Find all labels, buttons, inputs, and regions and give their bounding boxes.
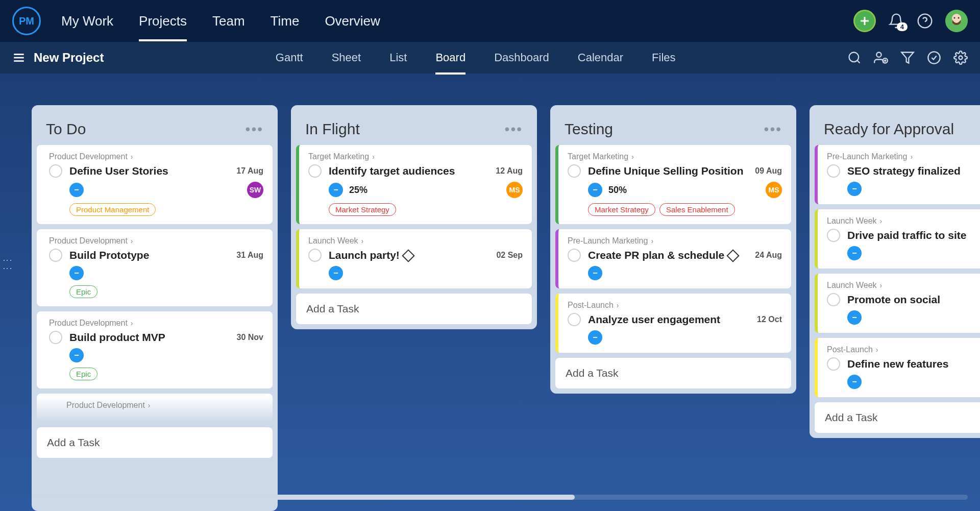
task-complete-checkbox[interactable] xyxy=(827,164,840,178)
add-person-button[interactable] xyxy=(874,51,888,65)
priority-indicator[interactable]: − xyxy=(588,330,602,345)
task-complete-checkbox[interactable] xyxy=(568,249,581,262)
settings-button[interactable] xyxy=(953,51,968,65)
add-task-button[interactable]: Add a Task xyxy=(37,427,273,458)
chevron-right-icon: › xyxy=(651,237,653,245)
task-tag[interactable]: Epic xyxy=(69,368,97,380)
task-card[interactable]: Post-Launch › Analyze user engagement 12… xyxy=(555,294,791,353)
task-complete-checkbox[interactable] xyxy=(49,249,62,262)
column-menu-button[interactable]: ••• xyxy=(505,121,523,137)
task-complete-checkbox[interactable] xyxy=(568,164,581,178)
add-task-button[interactable]: Add a Task xyxy=(296,294,532,324)
priority-indicator[interactable]: − xyxy=(588,183,602,197)
view-tab-dashboard[interactable]: Dashboard xyxy=(494,43,549,72)
task-title: Build product MVP xyxy=(69,331,165,344)
task-tag[interactable]: Market Strategy xyxy=(329,203,396,216)
view-tab-sheet[interactable]: Sheet xyxy=(332,43,361,72)
task-card[interactable]: Pre-Launch Marketing › SEO strategy fina… xyxy=(815,145,980,204)
column-title: In Flight xyxy=(305,120,360,138)
task-card[interactable]: Launch Week › Promote on social − xyxy=(815,274,980,333)
tab-projects[interactable]: Projects xyxy=(139,1,187,41)
task-complete-checkbox[interactable] xyxy=(308,249,322,262)
task-complete-checkbox[interactable] xyxy=(49,331,62,344)
task-card[interactable]: Product Development › Define User Storie… xyxy=(37,145,273,224)
priority-indicator[interactable]: − xyxy=(69,348,84,362)
view-tab-calendar[interactable]: Calendar xyxy=(578,43,623,72)
task-complete-checkbox[interactable] xyxy=(827,229,840,242)
view-tab-files[interactable]: Files xyxy=(652,43,675,72)
priority-indicator[interactable]: − xyxy=(588,266,602,280)
tab-team[interactable]: Team xyxy=(212,1,245,41)
assignee-avatar[interactable]: SW xyxy=(247,182,263,198)
task-progress: 50% xyxy=(608,185,627,196)
horizontal-scrollbar[interactable] xyxy=(32,495,968,500)
scrollbar-thumb[interactable] xyxy=(32,495,575,500)
task-category: Pre-Launch Marketing › xyxy=(827,152,979,161)
task-category: Product Development › xyxy=(66,401,263,410)
task-complete-checkbox[interactable] xyxy=(49,164,62,178)
assignee-avatar[interactable]: MS xyxy=(766,182,782,198)
chevron-right-icon: › xyxy=(131,237,133,245)
checkmark-button[interactable] xyxy=(927,51,941,65)
column-ready-for-approval: Ready for Approval Pre-Launch Marketing … xyxy=(810,105,980,438)
hamburger-menu-button[interactable] xyxy=(12,51,26,64)
view-tab-gantt[interactable]: Gantt xyxy=(276,43,303,72)
task-complete-checkbox[interactable] xyxy=(308,164,322,178)
task-tag[interactable]: Market Strategy xyxy=(588,203,655,216)
task-card[interactable]: Launch Week › Launch party! 02 Sep − xyxy=(296,229,532,288)
task-card[interactable]: Product Development › Build Prototype 31… xyxy=(37,229,273,306)
task-complete-checkbox[interactable] xyxy=(827,293,840,306)
project-title[interactable]: New Project xyxy=(34,51,104,65)
task-card[interactable]: Target Marketing › Define Unique Selling… xyxy=(555,145,791,224)
task-category: Launch Week › xyxy=(308,236,523,246)
assignee-avatar[interactable]: MS xyxy=(506,182,523,198)
priority-indicator[interactable]: − xyxy=(847,246,862,260)
tab-my-work[interactable]: My Work xyxy=(61,1,113,41)
task-complete-checkbox[interactable] xyxy=(568,313,581,326)
add-task-button[interactable]: Add a Task xyxy=(815,402,980,433)
view-tab-board[interactable]: Board xyxy=(435,43,465,72)
filter-button[interactable] xyxy=(900,51,915,65)
task-date: 31 Aug xyxy=(236,251,263,260)
column-menu-button[interactable]: ••• xyxy=(764,121,782,137)
view-tabs: Gantt Sheet List Board Dashboard Calenda… xyxy=(104,43,847,72)
task-card[interactable]: Pre-Launch Marketing › Create PR plan & … xyxy=(555,229,791,288)
column-testing: Testing ••• Target Marketing › Define Un… xyxy=(550,105,796,394)
search-button[interactable] xyxy=(847,51,862,65)
task-tag[interactable]: Sales Enablement xyxy=(659,203,735,216)
task-card[interactable]: Target Marketing › Identify target audie… xyxy=(296,145,532,224)
view-tab-list[interactable]: List xyxy=(389,43,407,72)
task-card[interactable]: Launch Week › Drive paid traffic to site… xyxy=(815,209,980,269)
task-title: Promote on social xyxy=(847,294,940,306)
priority-indicator[interactable]: − xyxy=(69,266,84,280)
priority-indicator[interactable]: − xyxy=(69,183,84,197)
priority-indicator[interactable]: − xyxy=(329,183,343,197)
task-category: Pre-Launch Marketing › xyxy=(568,236,782,246)
help-button[interactable] xyxy=(917,13,933,29)
priority-indicator[interactable]: − xyxy=(847,375,862,389)
task-card-partial[interactable]: Product Development › xyxy=(37,394,273,422)
task-card[interactable]: Product Development › Build product MVP … xyxy=(37,311,273,388)
task-tag[interactable]: Product Management xyxy=(69,203,156,216)
tab-overview[interactable]: Overview xyxy=(325,1,380,41)
tab-time[interactable]: Time xyxy=(271,1,300,41)
app-logo[interactable]: PM xyxy=(12,7,41,35)
view-tools xyxy=(847,51,968,65)
board-drag-handle[interactable]: ⋮⋮ xyxy=(2,256,13,272)
task-complete-checkbox[interactable] xyxy=(827,357,840,371)
priority-indicator[interactable]: − xyxy=(847,182,862,196)
user-avatar[interactable] xyxy=(945,10,968,32)
priority-indicator[interactable]: − xyxy=(847,310,862,325)
column-menu-button[interactable]: ••• xyxy=(246,121,263,137)
task-title: Define Unique Selling Position xyxy=(588,165,744,177)
task-date: 24 Aug xyxy=(755,251,782,260)
task-category: Target Marketing › xyxy=(568,152,782,161)
notifications-button[interactable]: 4 xyxy=(888,13,904,29)
add-button[interactable] xyxy=(853,10,876,32)
task-card[interactable]: Post-Launch › Define new features − xyxy=(815,338,980,397)
priority-indicator[interactable]: − xyxy=(329,266,343,280)
add-task-button[interactable]: Add a Task xyxy=(555,358,791,388)
task-tag[interactable]: Epic xyxy=(69,285,97,298)
column-title: Testing xyxy=(565,120,613,138)
chevron-right-icon: › xyxy=(617,301,619,309)
